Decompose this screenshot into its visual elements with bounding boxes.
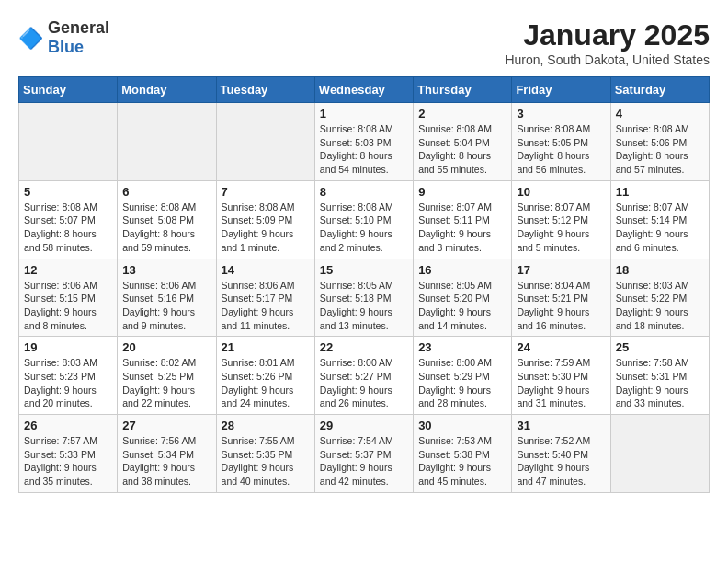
day-number: 18: [616, 263, 704, 277]
day-number: 30: [418, 419, 506, 432]
calendar-cell: 6Sunrise: 8:08 AM Sunset: 5:08 PM Daylig…: [118, 180, 216, 259]
day-number: 3: [517, 107, 605, 121]
day-info: Sunrise: 8:08 AM Sunset: 5:03 PM Dayligh…: [320, 122, 408, 177]
day-number: 20: [122, 340, 210, 354]
calendar-cell: 10Sunrise: 8:07 AM Sunset: 5:12 PM Dayli…: [512, 180, 610, 259]
calendar-cell: 25Sunrise: 7:58 AM Sunset: 5:31 PM Dayli…: [610, 337, 709, 415]
day-info: Sunrise: 8:08 AM Sunset: 5:09 PM Dayligh…: [222, 201, 310, 255]
weekday-header: Sunday: [19, 77, 118, 103]
calendar-week-row: 12Sunrise: 8:06 AM Sunset: 5:15 PM Dayli…: [19, 259, 710, 337]
title-area: January 2025 Huron, South Dakota, United…: [505, 18, 710, 67]
day-number: 27: [122, 419, 210, 432]
day-number: 8: [320, 185, 408, 199]
calendar-cell: 15Sunrise: 8:05 AM Sunset: 5:18 PM Dayli…: [314, 259, 413, 337]
calendar-cell: 11Sunrise: 8:07 AM Sunset: 5:14 PM Dayli…: [610, 180, 709, 259]
day-info: Sunrise: 8:05 AM Sunset: 5:20 PM Dayligh…: [418, 279, 506, 333]
day-info: Sunrise: 8:08 AM Sunset: 5:07 PM Dayligh…: [24, 201, 112, 255]
day-number: 14: [222, 263, 310, 277]
calendar-cell: 7Sunrise: 8:08 AM Sunset: 5:09 PM Daylig…: [216, 180, 314, 259]
day-number: 13: [122, 263, 210, 277]
weekday-header: Thursday: [414, 77, 512, 103]
day-info: Sunrise: 8:06 AM Sunset: 5:16 PM Dayligh…: [122, 279, 210, 333]
day-info: Sunrise: 8:04 AM Sunset: 5:21 PM Dayligh…: [517, 279, 605, 333]
day-info: Sunrise: 8:03 AM Sunset: 5:22 PM Dayligh…: [616, 279, 704, 333]
weekday-header: Tuesday: [216, 77, 314, 103]
calendar-cell: 13Sunrise: 8:06 AM Sunset: 5:16 PM Dayli…: [118, 259, 216, 337]
day-info: Sunrise: 8:06 AM Sunset: 5:15 PM Dayligh…: [24, 279, 112, 333]
calendar-cell: 24Sunrise: 7:59 AM Sunset: 5:30 PM Dayli…: [512, 337, 610, 415]
calendar-week-row: 19Sunrise: 8:03 AM Sunset: 5:23 PM Dayli…: [19, 337, 710, 415]
day-number: 10: [517, 185, 605, 199]
calendar-cell: 26Sunrise: 7:57 AM Sunset: 5:33 PM Dayli…: [19, 415, 118, 493]
day-info: Sunrise: 8:08 AM Sunset: 5:08 PM Dayligh…: [122, 201, 210, 255]
day-number: 26: [24, 419, 112, 432]
header: 🔷 General Blue January 2025 Huron, South…: [18, 18, 710, 67]
day-info: Sunrise: 8:07 AM Sunset: 5:12 PM Dayligh…: [517, 201, 605, 255]
day-number: 22: [320, 340, 408, 354]
svg-text:🔷: 🔷: [18, 26, 44, 51]
day-info: Sunrise: 7:56 AM Sunset: 5:34 PM Dayligh…: [122, 434, 210, 488]
calendar-week-row: 26Sunrise: 7:57 AM Sunset: 5:33 PM Dayli…: [19, 415, 710, 493]
day-number: 19: [24, 340, 112, 354]
day-number: 11: [616, 185, 704, 199]
day-info: Sunrise: 8:00 AM Sunset: 5:27 PM Dayligh…: [320, 356, 408, 410]
logo-text-blue: Blue: [48, 38, 84, 56]
day-number: 25: [616, 340, 704, 354]
day-info: Sunrise: 7:52 AM Sunset: 5:40 PM Dayligh…: [517, 434, 605, 488]
calendar-cell: 4Sunrise: 8:08 AM Sunset: 5:06 PM Daylig…: [610, 103, 709, 181]
calendar-cell: 14Sunrise: 8:06 AM Sunset: 5:17 PM Dayli…: [216, 259, 314, 337]
weekday-header: Monday: [118, 77, 216, 103]
month-title: January 2025: [505, 18, 710, 52]
day-info: Sunrise: 8:07 AM Sunset: 5:11 PM Dayligh…: [418, 201, 506, 255]
calendar-cell: 1Sunrise: 8:08 AM Sunset: 5:03 PM Daylig…: [314, 103, 413, 181]
day-info: Sunrise: 8:08 AM Sunset: 5:04 PM Dayligh…: [418, 122, 506, 177]
logo-text-general: General: [48, 18, 109, 37]
day-info: Sunrise: 7:59 AM Sunset: 5:30 PM Dayligh…: [517, 356, 605, 410]
day-info: Sunrise: 8:08 AM Sunset: 5:06 PM Dayligh…: [616, 122, 704, 177]
calendar-cell: [216, 103, 314, 181]
day-info: Sunrise: 8:01 AM Sunset: 5:26 PM Dayligh…: [222, 356, 310, 410]
day-number: 7: [222, 185, 310, 199]
calendar-cell: 5Sunrise: 8:08 AM Sunset: 5:07 PM Daylig…: [19, 180, 118, 259]
weekday-header-row: SundayMondayTuesdayWednesdayThursdayFrid…: [19, 77, 710, 103]
day-number: 17: [517, 263, 605, 277]
day-number: 29: [320, 419, 408, 432]
weekday-header: Wednesday: [314, 77, 413, 103]
calendar-cell: 19Sunrise: 8:03 AM Sunset: 5:23 PM Dayli…: [19, 337, 118, 415]
day-info: Sunrise: 8:06 AM Sunset: 5:17 PM Dayligh…: [222, 279, 310, 333]
calendar-cell: 18Sunrise: 8:03 AM Sunset: 5:22 PM Dayli…: [610, 259, 709, 337]
day-info: Sunrise: 7:58 AM Sunset: 5:31 PM Dayligh…: [616, 356, 704, 410]
day-number: 5: [24, 185, 112, 199]
calendar-cell: 31Sunrise: 7:52 AM Sunset: 5:40 PM Dayli…: [512, 415, 610, 493]
weekday-header: Friday: [512, 77, 610, 103]
calendar-cell: 22Sunrise: 8:00 AM Sunset: 5:27 PM Dayli…: [314, 337, 413, 415]
calendar-cell: 9Sunrise: 8:07 AM Sunset: 5:11 PM Daylig…: [414, 180, 512, 259]
logo: 🔷 General Blue: [18, 18, 109, 57]
day-number: 1: [320, 107, 408, 121]
calendar-cell: 16Sunrise: 8:05 AM Sunset: 5:20 PM Dayli…: [414, 259, 512, 337]
day-number: 21: [222, 340, 310, 354]
calendar-cell: 30Sunrise: 7:53 AM Sunset: 5:38 PM Dayli…: [414, 415, 512, 493]
day-number: 4: [616, 107, 704, 121]
calendar-cell: 21Sunrise: 8:01 AM Sunset: 5:26 PM Dayli…: [216, 337, 314, 415]
calendar-cell: [19, 103, 118, 181]
day-info: Sunrise: 8:00 AM Sunset: 5:29 PM Dayligh…: [418, 356, 506, 410]
calendar-cell: [118, 103, 216, 181]
day-info: Sunrise: 8:07 AM Sunset: 5:14 PM Dayligh…: [616, 201, 704, 255]
calendar-cell: 28Sunrise: 7:55 AM Sunset: 5:35 PM Dayli…: [216, 415, 314, 493]
day-number: 24: [517, 340, 605, 354]
calendar-week-row: 5Sunrise: 8:08 AM Sunset: 5:07 PM Daylig…: [19, 180, 710, 259]
calendar-cell: 3Sunrise: 8:08 AM Sunset: 5:05 PM Daylig…: [512, 103, 610, 181]
day-info: Sunrise: 8:05 AM Sunset: 5:18 PM Dayligh…: [320, 279, 408, 333]
day-number: 28: [222, 419, 310, 432]
weekday-header: Saturday: [610, 77, 709, 103]
calendar-cell: 27Sunrise: 7:56 AM Sunset: 5:34 PM Dayli…: [118, 415, 216, 493]
day-info: Sunrise: 8:08 AM Sunset: 5:05 PM Dayligh…: [517, 122, 605, 177]
calendar-table: SundayMondayTuesdayWednesdayThursdayFrid…: [18, 76, 710, 493]
day-number: 23: [418, 340, 506, 354]
day-number: 9: [418, 185, 506, 199]
day-info: Sunrise: 8:03 AM Sunset: 5:23 PM Dayligh…: [24, 356, 112, 410]
day-info: Sunrise: 7:53 AM Sunset: 5:38 PM Dayligh…: [418, 434, 506, 488]
day-number: 31: [517, 419, 605, 432]
day-number: 2: [418, 107, 506, 121]
